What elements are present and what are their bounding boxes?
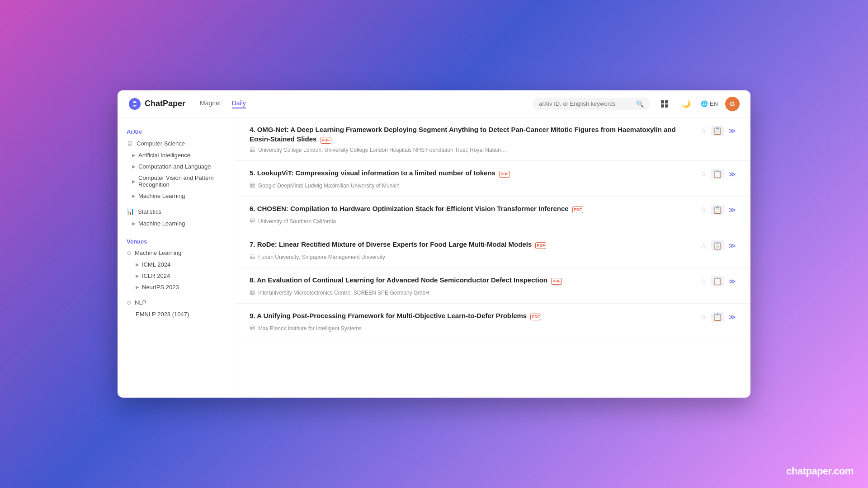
search-input[interactable]: [539, 100, 632, 107]
main-nav: Magnet Daily: [200, 99, 246, 108]
ml-stats-label: Machine Learning: [138, 220, 185, 227]
note-button-9[interactable]: 📋: [711, 312, 724, 322]
logo-area[interactable]: ChatPaper: [128, 98, 185, 110]
theme-toggle-button[interactable]: 🌙: [679, 97, 693, 111]
chevron-icon: ▶: [132, 153, 136, 158]
institution-icon-7: 🏛: [250, 253, 255, 260]
sidebar: ArXiv 🖥 Computer Science ▶ Artificial In…: [118, 117, 235, 398]
grid-icon: [661, 100, 668, 108]
language-selector[interactable]: 🌐 EN: [701, 100, 718, 107]
note-button-7[interactable]: 📋: [711, 240, 724, 251]
cv-label: Computer Vision and Pattern Recognition: [138, 174, 226, 188]
sidebar-item-iclr[interactable]: ▶ ICLR 2024: [118, 270, 235, 282]
paper-title-row-7: 7. RoDe: Linear Rectified Mixture of Div…: [250, 239, 695, 249]
sidebar-item-cl[interactable]: ▶ Computation and Language: [118, 161, 235, 172]
note-button-4[interactable]: 📋: [711, 126, 724, 136]
paper-authors-9: Max Planck Institute for Intelligent Sys…: [258, 325, 362, 332]
chevron-icon: ▶: [132, 164, 136, 169]
paper-meta-8: 🏛 Interuniversity Microelectronics Centr…: [250, 289, 736, 296]
paper-title-7[interactable]: 7. RoDe: Linear Rectified Mixture of Div…: [250, 239, 546, 249]
logo-icon: [128, 98, 141, 110]
paper-number-5: 5.: [250, 169, 257, 177]
paper-item-4: 4. OMG-Net: A Deep Learning Framework De…: [235, 117, 750, 161]
branding-label: chatpaper.com: [786, 465, 854, 477]
star-button-5[interactable]: ☆: [700, 170, 707, 178]
paper-authors-8: Interuniversity Microelectronics Centre;…: [258, 290, 429, 296]
note-button-8[interactable]: 📋: [711, 276, 724, 286]
neurips-label: NeurIPS 2023: [142, 284, 179, 291]
pdf-badge-8[interactable]: PDF: [551, 278, 562, 285]
expand-button-6[interactable]: ≫: [728, 206, 736, 214]
star-button-9[interactable]: ☆: [700, 313, 707, 321]
paper-number-7: 7.: [250, 240, 257, 248]
institution-icon-6: 🏛: [250, 218, 255, 225]
sidebar-item-icml[interactable]: ▶ ICML 2024: [118, 259, 235, 270]
sidebar-item-emnlp[interactable]: EMNLP 2023 (1047): [118, 309, 235, 320]
paper-title-9[interactable]: 9. A Unifying Post-Processing Framework …: [250, 311, 541, 320]
stats-icon: 📊: [127, 208, 134, 215]
pdf-badge-5[interactable]: PDF: [499, 171, 510, 178]
sidebar-category-stats[interactable]: 📊 Statistics: [118, 205, 235, 218]
nav-magnet[interactable]: Magnet: [200, 99, 221, 108]
note-button-5[interactable]: 📋: [711, 169, 724, 179]
star-button-4[interactable]: ☆: [700, 127, 707, 135]
expand-button-7[interactable]: ≫: [728, 241, 736, 250]
chevron-icon: ▶: [132, 221, 136, 226]
paper-meta-5: 🏛 Google DeepMind; Ludwig Maximilian Uni…: [250, 182, 736, 189]
institution-icon-5: 🏛: [250, 182, 255, 189]
star-button-7[interactable]: ☆: [700, 241, 707, 250]
sidebar-item-ml-cs[interactable]: ▶ Machine Learning: [118, 190, 235, 202]
paper-title-row-5: 5. LookupViT: Compressing visual informa…: [250, 168, 695, 178]
arxiv-section-title: ArXiv: [118, 125, 235, 137]
svg-point-0: [129, 98, 141, 110]
iclr-label: ICLR 2024: [142, 272, 170, 279]
globe-icon: 🌐: [701, 100, 708, 107]
sidebar-category-venues-ml[interactable]: ⊙ Machine Learning: [118, 247, 235, 259]
chevron-icon: ▶: [132, 193, 136, 198]
star-button-6[interactable]: ☆: [700, 206, 707, 214]
sidebar-category-nlp[interactable]: ⊙ NLP: [118, 296, 235, 309]
paper-authors-4: University College London; University Co…: [258, 147, 506, 153]
expand-button-9[interactable]: ≫: [728, 313, 736, 321]
expand-button-5[interactable]: ≫: [728, 170, 736, 178]
paper-list: 4. OMG-Net: A Deep Learning Framework De…: [235, 117, 750, 398]
nav-daily[interactable]: Daily: [232, 99, 246, 108]
paper-actions-5: ☆ 📋 ≫: [700, 169, 736, 179]
pdf-badge-7[interactable]: PDF: [535, 242, 546, 249]
pdf-badge-6[interactable]: PDF: [572, 206, 583, 213]
sidebar-item-ml-stats[interactable]: ▶ Machine Learning: [118, 218, 235, 229]
paper-title-5[interactable]: 5. LookupViT: Compressing visual informa…: [250, 168, 510, 178]
paper-title-4[interactable]: 4. OMG-Net: A Deep Learning Framework De…: [250, 125, 695, 144]
user-avatar[interactable]: G: [725, 97, 740, 111]
star-button-8[interactable]: ☆: [700, 277, 707, 286]
paper-actions-6: ☆ 📋 ≫: [700, 205, 736, 215]
pdf-badge-4[interactable]: PDF: [321, 137, 331, 144]
paper-actions-8: ☆ 📋 ≫: [700, 276, 736, 286]
sidebar-category-cs[interactable]: 🖥 Computer Science: [118, 137, 235, 150]
sidebar-item-neurips[interactable]: ▶ NeurIPS 2023: [118, 282, 235, 293]
paper-header-8: 8. An Evaluation of Continual Learning f…: [250, 275, 736, 286]
paper-number-9: 9.: [250, 312, 257, 319]
paper-item-8: 8. An Evaluation of Continual Learning f…: [235, 268, 750, 304]
expand-button-4[interactable]: ≫: [728, 127, 736, 135]
paper-title-row-9: 9. A Unifying Post-Processing Framework …: [250, 311, 695, 320]
paper-header-6: 6. CHOSEN: Compilation to Hardware Optim…: [250, 204, 736, 215]
cl-label: Computation and Language: [138, 163, 211, 170]
stats-label: Statistics: [138, 208, 161, 215]
pdf-badge-9[interactable]: PDF: [530, 314, 541, 320]
search-bar[interactable]: 🔍: [533, 98, 650, 110]
grid-view-button[interactable]: [657, 97, 672, 111]
paper-number-8: 8.: [250, 276, 257, 284]
sidebar-item-cv[interactable]: ▶ Computer Vision and Pattern Recognitio…: [118, 172, 235, 190]
content-area: ArXiv 🖥 Computer Science ▶ Artificial In…: [118, 117, 750, 398]
paper-item-5: 5. LookupViT: Compressing visual informa…: [235, 161, 750, 197]
sidebar-item-ai[interactable]: ▶ Artificial Intelligence: [118, 150, 235, 161]
paper-number-6: 6.: [250, 205, 257, 212]
paper-number-4: 4.: [250, 126, 257, 133]
expand-button-8[interactable]: ≫: [728, 277, 736, 286]
paper-title-6[interactable]: 6. CHOSEN: Compilation to Hardware Optim…: [250, 204, 583, 213]
paper-meta-7: 🏛 Fudan University; Singapore Management…: [250, 253, 736, 260]
note-button-6[interactable]: 📋: [711, 205, 724, 215]
cs-icon: 🖥: [127, 140, 133, 147]
paper-title-8[interactable]: 8. An Evaluation of Continual Learning f…: [250, 275, 562, 285]
